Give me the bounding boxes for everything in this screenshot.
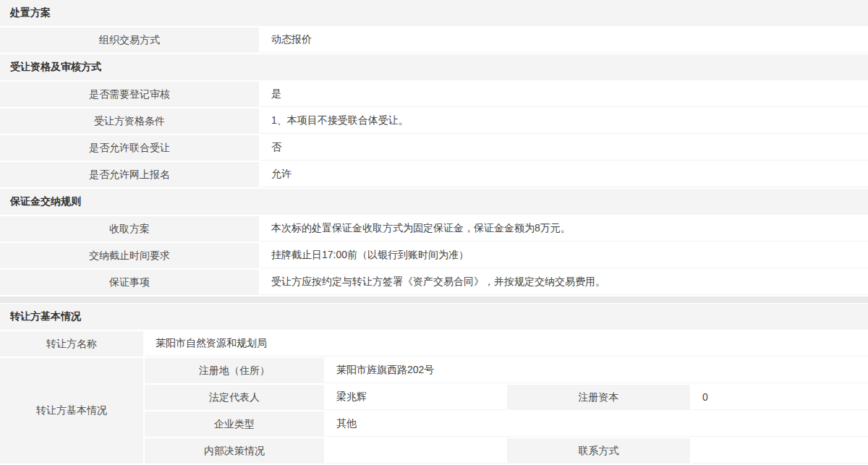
field-label: 交纳截止时间要求 [0, 243, 259, 268]
field-label: 注册地（住所） [145, 358, 324, 383]
field-value: 1、本项目不接受联合体受让。 [260, 108, 868, 134]
field-row-registration-review: 是否需要登记审核 是 [0, 82, 868, 107]
field-value: 受让方应按约定与转让方签署《资产交易合同》，并按规定交纳交易费用。 [260, 270, 868, 295]
field-row-legal-rep-capital: 法定代表人 梁兆辉 注册资本 0 [145, 385, 868, 410]
field-label: 是否需要登记审核 [0, 82, 259, 107]
field-label: 收取方案 [0, 216, 259, 242]
transferor-detail-block: 转让方基本情况 注册地（住所） 莱阳市旌旗西路202号 法定代表人 梁兆辉 注册… [0, 358, 868, 464]
field-row-online-signup: 是否允许网上报名 允许 [0, 162, 868, 187]
field-row-trade-method: 组织交易方式 动态报价 [0, 27, 868, 53]
field-value: 挂牌截止日17:00前（以银行到账时间为准） [260, 243, 868, 268]
field-row-enterprise-type: 企业类型 其他 [145, 411, 868, 437]
field-label: 组织交易方式 [0, 27, 259, 53]
field-label: 法定代表人 [145, 385, 324, 410]
field-label-secondary: 注册资本 [507, 385, 690, 410]
field-value [326, 438, 506, 464]
section-title: 处置方案 [10, 7, 51, 20]
section-header-transferor: 转让方基本情况 [0, 304, 868, 330]
section-title: 保证金交纳规则 [10, 195, 81, 208]
field-value: 莱阳市自然资源和规划局 [145, 331, 868, 357]
field-value-secondary [692, 438, 868, 464]
field-label: 企业类型 [145, 411, 324, 437]
field-value: 其他 [326, 411, 868, 437]
detail-rows: 注册地（住所） 莱阳市旌旗西路202号 法定代表人 梁兆辉 注册资本 0 企业类… [145, 358, 868, 464]
field-value: 是 [260, 82, 868, 107]
field-value: 否 [260, 135, 868, 161]
section-header-disposal-plan: 处置方案 [0, 0, 868, 26]
field-label: 内部决策情况 [145, 438, 324, 464]
field-row-decision-contact: 内部决策情况 联系方式 [145, 438, 868, 464]
field-label: 保证事项 [0, 270, 259, 295]
section-header-deposit-rules: 保证金交纳规则 [0, 189, 868, 215]
table-separator [0, 297, 868, 303]
section-title: 受让资格及审核方式 [10, 61, 101, 74]
group-label: 转让方基本情况 [0, 358, 143, 464]
field-value: 动态报价 [260, 27, 868, 53]
field-value: 梁兆辉 [326, 385, 506, 410]
field-label-secondary: 联系方式 [507, 438, 690, 464]
section-title: 转让方基本情况 [10, 310, 81, 323]
field-value-secondary: 0 [692, 385, 868, 410]
field-row-transferee-conditions: 受让方资格条件 1、本项目不接受联合体受让。 [0, 108, 868, 134]
field-row-guarantee-matters: 保证事项 受让方应按约定与转让方签署《资产交易合同》，并按规定交纳交易费用。 [0, 270, 868, 295]
field-label: 是否允许联合受让 [0, 135, 259, 161]
asset-disposal-detail-page: 处置方案 组织交易方式 动态报价 受让资格及审核方式 是否需要登记审核 是 受让… [0, 0, 868, 464]
field-value: 莱阳市旌旗西路202号 [326, 358, 868, 383]
disposal-info-table: 处置方案 组织交易方式 动态报价 受让资格及审核方式 是否需要登记审核 是 受让… [0, 0, 868, 295]
field-row-transferor-name: 转让方名称 莱阳市自然资源和规划局 [0, 331, 868, 357]
field-row-registered-address: 注册地（住所） 莱阳市旌旗西路202号 [145, 358, 868, 383]
transferor-info-table: 转让方基本情况 转让方名称 莱阳市自然资源和规划局 转让方基本情况 注册地（住所… [0, 304, 868, 464]
field-value: 允许 [260, 162, 868, 187]
field-label: 受让方资格条件 [0, 108, 259, 134]
field-label: 是否允许网上报名 [0, 162, 259, 187]
field-label: 转让方名称 [0, 331, 143, 357]
field-row-payment-deadline: 交纳截止时间要求 挂牌截止日17:00前（以银行到账时间为准） [0, 243, 868, 268]
section-header-qualification: 受让资格及审核方式 [0, 54, 868, 80]
field-row-joint-transfer: 是否允许联合受让 否 [0, 135, 868, 161]
field-row-collection-plan: 收取方案 本次标的处置保证金收取方式为固定保证金，保证金金额为8万元。 [0, 216, 868, 242]
field-value: 本次标的处置保证金收取方式为固定保证金，保证金金额为8万元。 [260, 216, 868, 242]
